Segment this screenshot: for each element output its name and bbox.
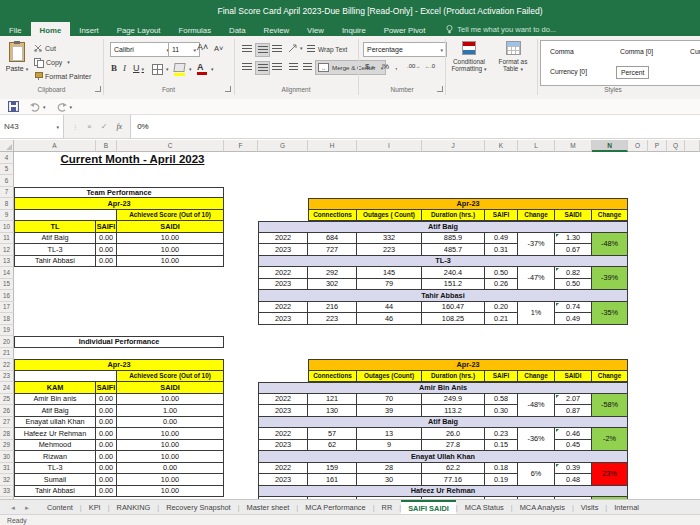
undo-button[interactable]: ▾: [29, 102, 46, 112]
connections-cell[interactable]: 684: [308, 233, 357, 245]
summary-table-header[interactable]: Individual Performance: [14, 336, 224, 348]
year-cell[interactable]: 2023: [258, 405, 308, 417]
column-header-C[interactable]: C: [117, 140, 224, 152]
font-size-select[interactable]: 11▾: [168, 42, 200, 57]
insert-function-icon[interactable]: fx: [116, 122, 122, 131]
column-title[interactable]: SAIFI: [96, 221, 117, 233]
name-box-splitter[interactable]: ⋮: [72, 123, 78, 130]
bottom-align-icon[interactable]: [270, 43, 283, 55]
saidi-cell[interactable]: 0.50: [555, 279, 592, 291]
font-name-select[interactable]: Calibri▾: [110, 42, 173, 57]
outages-cell[interactable]: 9: [357, 440, 422, 452]
orientation-button[interactable]: ▾: [288, 43, 303, 53]
detail-column-title[interactable]: Change: [518, 210, 555, 222]
format-as-table-button[interactable]: Format as Table▾: [493, 41, 533, 72]
style-item-currency[interactable]: Currency: [686, 46, 700, 57]
data-cell[interactable]: 0.00: [96, 233, 117, 245]
ribbon-tab-review[interactable]: Review: [255, 22, 299, 36]
outages-cell[interactable]: 46: [357, 313, 422, 325]
data-cell[interactable]: 10.00: [117, 394, 224, 406]
row-header-23[interactable]: 23: [0, 371, 14, 383]
empty-cell[interactable]: [14, 371, 117, 383]
duration-cell[interactable]: 249.9: [422, 394, 485, 406]
underline-button[interactable]: U▾: [133, 63, 144, 73]
row-header-31[interactable]: 31: [0, 463, 14, 475]
saifi-cell[interactable]: 0.31: [485, 244, 518, 256]
year-cell[interactable]: 2023: [258, 474, 308, 486]
ribbon-tab-insert[interactable]: Insert: [70, 22, 108, 36]
year-cell[interactable]: 2022: [258, 267, 308, 279]
data-cell[interactable]: Rizwan: [14, 451, 96, 463]
sheet-tab-visits[interactable]: Visits: [574, 500, 606, 515]
section-name[interactable]: Enayat Ullah Khan: [258, 451, 628, 463]
data-cell[interactable]: 10.00: [117, 451, 224, 463]
row-header-11[interactable]: 11: [0, 233, 14, 245]
saidi-cell[interactable]: 0.48: [555, 474, 592, 486]
enter-icon[interactable]: ✓: [101, 122, 108, 131]
saidi-cell[interactable]: 0.82: [555, 267, 592, 279]
outages-cell[interactable]: 79: [357, 279, 422, 291]
section-name[interactable]: Atif Baig: [258, 417, 628, 429]
sheet-tab-saifi-saidi[interactable]: SAIFI SAIDI: [401, 500, 456, 515]
sheet-tab-mca-performance[interactable]: MCA Performance: [298, 500, 372, 515]
connections-cell[interactable]: 130: [308, 405, 357, 417]
saifi-cell[interactable]: 0.23: [485, 428, 518, 440]
sheet-tab-ranking[interactable]: RANKING: [110, 500, 158, 515]
formula-input[interactable]: 0%: [131, 115, 700, 138]
column-title[interactable]: TL: [14, 221, 96, 233]
year-cell[interactable]: 2022: [258, 463, 308, 475]
bold-button[interactable]: B: [111, 63, 117, 73]
middle-align-icon[interactable]: [255, 43, 270, 57]
data-cell[interactable]: Atif Baig: [14, 233, 96, 245]
row-header-17[interactable]: 17: [0, 302, 14, 314]
period-header[interactable]: Apr-23: [308, 359, 628, 371]
redo-button[interactable]: ▾: [56, 102, 73, 112]
score-header[interactable]: Achieved Score (Out of 10): [117, 210, 224, 222]
period-header[interactable]: Apr-23: [14, 359, 224, 371]
saidi-change-cell[interactable]: 23%: [592, 463, 628, 486]
duration-cell[interactable]: 77.16: [422, 474, 485, 486]
data-cell[interactable]: TL-3: [14, 244, 96, 256]
data-cell[interactable]: Atif Baig: [14, 405, 96, 417]
ribbon-tab-formulas[interactable]: Formulas: [170, 22, 221, 36]
connections-cell[interactable]: 216: [308, 302, 357, 314]
connections-cell[interactable]: 161: [308, 474, 357, 486]
ribbon-tab-page-layout[interactable]: Page Layout: [108, 22, 170, 36]
connections-cell[interactable]: 62: [308, 440, 357, 452]
row-header-27[interactable]: 27: [0, 417, 14, 429]
outages-cell[interactable]: 223: [357, 244, 422, 256]
saifi-cell[interactable]: 0.20: [485, 302, 518, 314]
clipboard-dialog-launcher[interactable]: [95, 86, 101, 92]
connections-cell[interactable]: 727: [308, 244, 357, 256]
number-dialog-launcher[interactable]: [437, 86, 443, 92]
row-header-13[interactable]: 13: [0, 256, 14, 268]
column-title[interactable]: SAIDI: [117, 382, 224, 394]
column-header-O[interactable]: O: [628, 140, 648, 152]
score-header[interactable]: Achieved Score (Out of 10): [117, 371, 224, 383]
row-header-8[interactable]: 8: [0, 198, 14, 210]
row-header-19[interactable]: 19: [0, 325, 14, 337]
detail-column-title[interactable]: SAIDI: [555, 210, 592, 222]
row-header-18[interactable]: 18: [0, 313, 14, 325]
percent-style-button[interactable]: %: [382, 62, 389, 71]
detail-column-title[interactable]: Change: [592, 210, 628, 222]
column-header-F[interactable]: F: [224, 140, 258, 152]
year-cell[interactable]: 2022: [258, 394, 308, 406]
data-cell[interactable]: 0.00: [96, 451, 117, 463]
duration-cell[interactable]: 26.0: [422, 428, 485, 440]
year-cell[interactable]: 2023: [258, 279, 308, 291]
row-header-25[interactable]: 25: [0, 394, 14, 406]
data-cell[interactable]: Enayat ullah Khan: [14, 417, 96, 429]
detail-column-title[interactable]: Change: [518, 371, 555, 383]
row-header-9[interactable]: 9: [0, 210, 14, 222]
column-header-P[interactable]: P: [648, 140, 667, 152]
style-item-comma[interactable]: Comma: [546, 46, 578, 57]
italic-button[interactable]: I: [123, 63, 126, 73]
column-header-H[interactable]: H: [308, 140, 357, 152]
number-format-select[interactable]: Percentage▾: [363, 42, 447, 57]
ribbon-tab-home[interactable]: Home: [31, 22, 71, 36]
next-sheet-arrow[interactable]: ►: [24, 505, 30, 511]
row-header-30[interactable]: 30: [0, 451, 14, 463]
duration-cell[interactable]: 108.25: [422, 313, 485, 325]
column-header-B[interactable]: B: [96, 140, 117, 152]
